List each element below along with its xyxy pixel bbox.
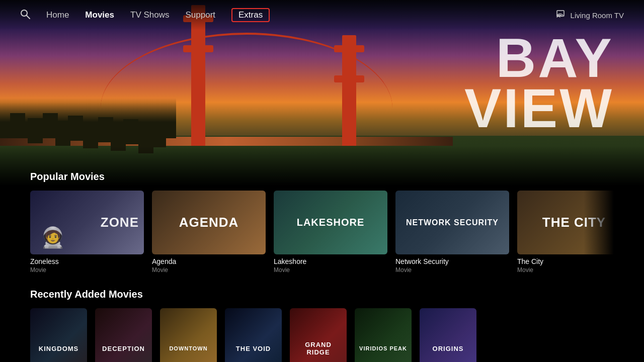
agenda-title: Agenda (152, 257, 266, 265)
svg-point-0 (21, 10, 27, 16)
navigation: Home Movies TV Shows Support Extras Livi… (0, 0, 644, 30)
main-content: Popular Movies 🧑‍🚀 ZONE Zoneless Movie A… (0, 171, 644, 362)
thumb-zoneless: 🧑‍🚀 ZONE (30, 191, 144, 254)
thumb-deception: DECEPTION (95, 308, 152, 362)
row2-fade (584, 308, 614, 362)
kingdoms-thumb-text: KINGDOMS (30, 308, 87, 362)
agenda-thumb-text: AGENDA (152, 191, 266, 254)
movie-card-the-void[interactable]: THE VOID (225, 308, 282, 362)
zoneless-thumb-text: ZONE (101, 191, 139, 254)
hero-title: BAY VIEW (464, 30, 614, 136)
recently-added-title: Recently Added Movies (30, 289, 614, 300)
movie-card-grand-ridge[interactable]: GRAND RIDGE (290, 308, 347, 362)
nav-tvshows[interactable]: TV Shows (130, 10, 169, 20)
lakeshore-title: Lakeshore (274, 257, 387, 265)
nav-extras[interactable]: Extras (231, 8, 270, 22)
city-silhouette (0, 98, 176, 138)
cast-icon[interactable] (556, 10, 567, 20)
movie-card-agenda[interactable]: AGENDA Agenda Movie (152, 191, 266, 274)
recently-added-row: KINGDOMS DECEPTION DOWNTOWN THE VOID (30, 308, 614, 362)
popular-movies-row: 🧑‍🚀 ZONE Zoneless Movie AGENDA Agenda Mo… (30, 191, 614, 274)
network-security-title: Network Security (395, 257, 509, 265)
thumb-lakeshore: LAKESHORE (274, 191, 387, 254)
network-security-type: Movie (395, 266, 509, 274)
grandridge-thumb-text: GRAND RIDGE (290, 308, 347, 362)
hero-title-line2: VIEW (464, 80, 614, 136)
popular-movies-section: Popular Movies 🧑‍🚀 ZONE Zoneless Movie A… (30, 171, 614, 274)
movie-card-lakeshore[interactable]: LAKESHORE Lakeshore Movie (274, 191, 387, 274)
lakeshore-type: Movie (274, 266, 387, 274)
movie-card-downtown[interactable]: DOWNTOWN (160, 308, 217, 362)
nav-movies[interactable]: Movies (85, 10, 114, 20)
thumb-the-void: THE VOID (225, 308, 282, 362)
movie-card-viridios-peak[interactable]: VIRIDIOS PEAK (355, 308, 412, 362)
agenda-type: Movie (152, 266, 266, 274)
network-thumb-text: NETWORK SECURITY (395, 191, 509, 254)
cast-label: Living Room TV (571, 11, 624, 20)
thumb-agenda: AGENDA (152, 191, 266, 254)
movie-card-origins[interactable]: ORIGINS (420, 308, 476, 362)
movie-card-network-security[interactable]: NETWORK SECURITY Network Security Movie (395, 191, 509, 274)
row-fade (584, 191, 614, 274)
thumb-viridios-peak: VIRIDIOS PEAK (355, 308, 412, 362)
zoneless-type: Movie (30, 266, 144, 274)
thumb-network-security: NETWORK SECURITY (395, 191, 509, 254)
lakeshore-thumb-text: LAKESHORE (274, 191, 387, 254)
nav-support[interactable]: Support (185, 10, 215, 20)
bridge-tower-right (342, 35, 356, 146)
deception-thumb-text: DECEPTION (95, 308, 152, 362)
movie-card-deception[interactable]: DECEPTION (95, 308, 152, 362)
movie-card-zoneless[interactable]: 🧑‍🚀 ZONE Zoneless Movie (30, 191, 144, 274)
origins-thumb-text: ORIGINS (420, 308, 476, 362)
thumb-downtown: DOWNTOWN (160, 308, 217, 362)
svg-line-1 (27, 16, 30, 19)
thumb-grand-ridge: GRAND RIDGE (290, 308, 347, 362)
thumb-origins: ORIGINS (420, 308, 476, 362)
nav-home[interactable]: Home (46, 10, 69, 20)
void-thumb-text: THE VOID (225, 308, 282, 362)
recently-added-section: Recently Added Movies KINGDOMS DECEPTION… (30, 289, 614, 362)
zoneless-title: Zoneless (30, 257, 144, 265)
viridios-thumb-text: VIRIDIOS PEAK (355, 308, 412, 362)
downtown-thumb-text: DOWNTOWN (160, 308, 217, 362)
movie-card-kingdoms[interactable]: KINGDOMS (30, 308, 87, 362)
thumb-kingdoms: KINGDOMS (30, 308, 87, 362)
popular-movies-title: Popular Movies (30, 171, 614, 183)
search-icon[interactable] (20, 9, 30, 22)
astronaut-icon: 🧑‍🚀 (40, 226, 65, 249)
